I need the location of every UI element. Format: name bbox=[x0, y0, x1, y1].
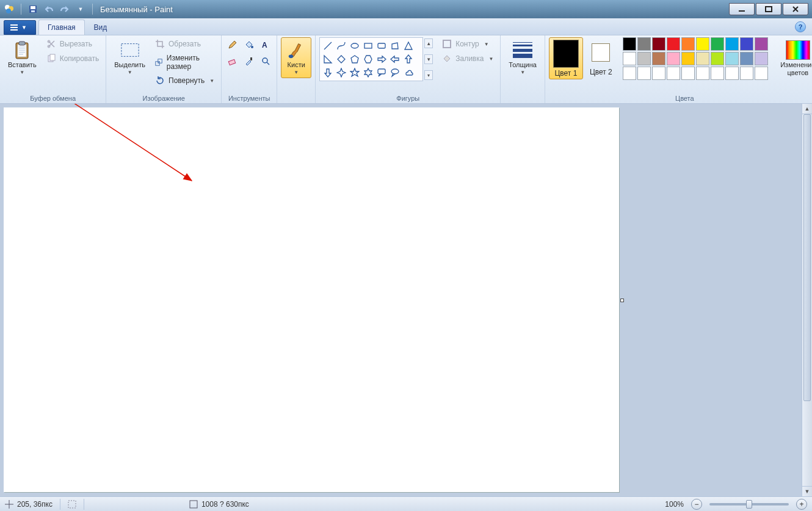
shape-polygon[interactable] bbox=[389, 40, 401, 52]
color1-button[interactable]: Цвет 1 bbox=[549, 37, 583, 79]
color-swatch[interactable] bbox=[623, 37, 636, 51]
shapes-gallery[interactable] bbox=[319, 37, 423, 81]
help-button[interactable]: ? bbox=[795, 21, 806, 32]
zoom-in-button[interactable]: + bbox=[796, 499, 807, 510]
shape-right-triangle[interactable] bbox=[322, 53, 334, 65]
shape-callout-round[interactable] bbox=[389, 67, 401, 79]
shape-arrow-down[interactable] bbox=[322, 67, 334, 79]
shape-cloud[interactable] bbox=[402, 67, 415, 79]
resize-button[interactable]: Изменить размер bbox=[152, 52, 217, 73]
scroll-thumb[interactable] bbox=[803, 114, 811, 401]
shapes-scroll-up[interactable]: ▲ bbox=[424, 38, 433, 48]
color-swatch[interactable] bbox=[667, 67, 680, 80]
select-button[interactable]: Выделить ▼ bbox=[110, 37, 150, 77]
color-swatch[interactable] bbox=[681, 37, 695, 51]
color-swatch[interactable] bbox=[652, 37, 665, 51]
qat-save-button[interactable] bbox=[26, 2, 40, 16]
cut-button[interactable]: Вырезать bbox=[43, 37, 103, 51]
paste-button[interactable]: Вставить ▼ bbox=[4, 37, 41, 77]
group-tools-label: Инструменты bbox=[225, 93, 273, 102]
color-swatch[interactable] bbox=[711, 67, 724, 80]
zoom-slider-knob[interactable] bbox=[746, 500, 752, 509]
shapes-expand[interactable]: ▾ bbox=[424, 70, 433, 80]
zoom-slider[interactable] bbox=[709, 503, 789, 506]
vertical-scrollbar[interactable]: ▲ ▼ bbox=[802, 104, 812, 496]
color-swatch[interactable] bbox=[740, 52, 753, 65]
scroll-up-button[interactable]: ▲ bbox=[802, 104, 812, 114]
tab-view[interactable]: Вид bbox=[85, 20, 117, 35]
outline-button[interactable]: Контур ▼ bbox=[439, 37, 496, 51]
shape-triangle[interactable] bbox=[402, 40, 415, 52]
color-swatch[interactable] bbox=[623, 67, 636, 80]
tab-home[interactable]: Главная bbox=[38, 20, 85, 35]
tool-fill[interactable] bbox=[242, 37, 256, 52]
color-swatch[interactable] bbox=[696, 67, 709, 80]
shape-oval[interactable] bbox=[349, 40, 361, 52]
qat-undo-button[interactable] bbox=[42, 2, 56, 16]
color-swatch[interactable] bbox=[652, 52, 665, 65]
shape-hexagon[interactable] bbox=[362, 53, 374, 65]
close-button[interactable] bbox=[783, 3, 808, 15]
shape-arrow-left[interactable] bbox=[389, 53, 401, 65]
tool-picker[interactable] bbox=[242, 54, 256, 68]
shape-rect[interactable] bbox=[362, 40, 374, 52]
thickness-button[interactable]: Толщина ▼ bbox=[504, 37, 541, 77]
color-swatch[interactable] bbox=[681, 67, 695, 80]
color-swatch[interactable] bbox=[725, 67, 739, 80]
tool-eraser[interactable] bbox=[225, 54, 240, 68]
qat-redo-button[interactable] bbox=[58, 2, 71, 16]
color-swatch[interactable] bbox=[755, 52, 768, 65]
shape-curve[interactable] bbox=[335, 40, 347, 52]
maximize-button[interactable] bbox=[756, 3, 781, 15]
canvas[interactable] bbox=[4, 107, 619, 492]
shape-star6[interactable] bbox=[362, 67, 374, 79]
color-swatch[interactable] bbox=[637, 37, 651, 51]
canvas-handle-right[interactable] bbox=[620, 299, 624, 302]
file-menu-button[interactable]: ▼ bbox=[4, 20, 36, 35]
tool-pencil[interactable] bbox=[225, 37, 240, 52]
copy-button[interactable]: Копировать bbox=[43, 52, 103, 65]
shape-roundrect[interactable] bbox=[375, 40, 388, 52]
shape-star5[interactable] bbox=[349, 67, 361, 79]
color-swatch[interactable] bbox=[755, 67, 768, 80]
select-label: Выделить bbox=[114, 61, 145, 69]
tool-text[interactable]: A bbox=[258, 37, 273, 52]
brushes-button[interactable]: Кисти ▼ bbox=[281, 37, 311, 78]
color-swatch[interactable] bbox=[725, 37, 739, 51]
shape-callout[interactable] bbox=[375, 67, 388, 79]
shape-star4[interactable] bbox=[335, 67, 347, 79]
shape-line[interactable] bbox=[322, 40, 334, 52]
crop-button[interactable]: Обрезать bbox=[152, 37, 217, 51]
color2-button[interactable]: Цвет 2 bbox=[585, 37, 617, 78]
color-swatch[interactable] bbox=[740, 67, 753, 80]
color-swatch[interactable] bbox=[637, 67, 651, 80]
scroll-down-button[interactable]: ▼ bbox=[802, 486, 812, 496]
shapes-scroll-down[interactable]: ▼ bbox=[424, 54, 433, 64]
color-swatch[interactable] bbox=[667, 52, 680, 65]
color-swatch[interactable] bbox=[711, 37, 724, 51]
fill-button[interactable]: Заливка ▼ bbox=[439, 52, 496, 65]
shape-diamond[interactable] bbox=[335, 53, 347, 65]
color-swatch[interactable] bbox=[681, 52, 695, 65]
color-swatch[interactable] bbox=[740, 37, 753, 51]
qat-customize-button[interactable]: ▼ bbox=[74, 2, 87, 16]
crosshair-icon bbox=[5, 500, 13, 509]
color-swatch[interactable] bbox=[696, 37, 709, 51]
color-swatch[interactable] bbox=[696, 52, 709, 65]
tool-magnifier[interactable] bbox=[258, 54, 273, 68]
shape-arrow-right[interactable] bbox=[375, 53, 388, 65]
color-swatch[interactable] bbox=[755, 37, 768, 51]
edit-colors-button[interactable]: Изменение цветов bbox=[775, 37, 812, 79]
shape-pentagon[interactable] bbox=[349, 53, 361, 65]
shape-arrow-up[interactable] bbox=[402, 53, 415, 65]
minimize-button[interactable] bbox=[729, 3, 755, 15]
color-swatch[interactable] bbox=[725, 52, 739, 65]
color-swatch[interactable] bbox=[637, 52, 651, 65]
color-swatch[interactable] bbox=[667, 37, 680, 51]
color-swatch[interactable] bbox=[652, 67, 665, 80]
svg-rect-14 bbox=[50, 54, 55, 60]
color-swatch[interactable] bbox=[711, 52, 724, 65]
rotate-button[interactable]: Повернуть ▼ bbox=[152, 74, 217, 87]
color-swatch[interactable] bbox=[623, 52, 636, 65]
zoom-out-button[interactable]: − bbox=[691, 499, 702, 510]
